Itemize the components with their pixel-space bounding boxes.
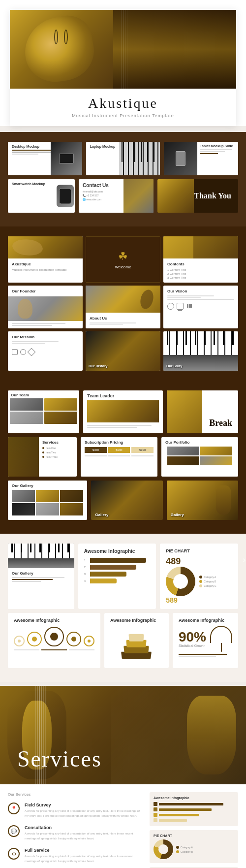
inf-card-infographic1: Awesome Infographic 1 2 3 4: [78, 544, 156, 609]
services-right-infographics: Awesome Infographic: [150, 792, 238, 868]
hero-instrument-image: [10, 10, 236, 89]
si-pie-visual: [154, 839, 173, 859]
hero-subtitle: Musical Instrument Presentation Template: [20, 113, 226, 118]
slides-section: Desktop Mockup Laptop Mockup: [0, 132, 246, 226]
ov-card-founder: Our Founder: [8, 286, 83, 328]
card-our-team: Our Team: [8, 390, 79, 433]
services-content: Our Services 📍 Field Survey A words for …: [0, 784, 246, 868]
card-portfolio: Our Portfolio: [161, 437, 238, 477]
overview-row-1: Akustique Musical Instrument Presentatio…: [8, 236, 238, 283]
team-row-3: Our Gallery Gallery Gallery: [8, 481, 238, 520]
services-list: Our Services 📍 Field Survey A words for …: [8, 792, 142, 868]
infographic-section: Our Gallery Awesome Infographic 1: [0, 534, 246, 682]
pie-chart-visual: [166, 567, 195, 596]
overview-section: Akustique Musical Instrument Presentatio…: [0, 226, 246, 381]
inf-card-piechart: PIE CHART 489 Category A Category B Cat: [160, 544, 238, 609]
pie-legend: Category A Category B Category C: [199, 576, 216, 587]
welcome-label: Welcome: [115, 265, 131, 269]
hero-card: Akustique Musical Instrument Presentatio…: [10, 10, 236, 126]
inf-row-1: Our Gallery Awesome Infographic 1: [8, 544, 238, 609]
inf-row-2: Awesome Infographic Awesome Infographic: [8, 613, 238, 668]
slide-card-thankyou: Thank You: [157, 179, 238, 213]
services-full-title: Services: [17, 746, 102, 772]
si-pie-legend: Category A Category B: [176, 846, 193, 853]
slide-card-laptop: Laptop Mockup: [86, 142, 160, 175]
card-break: Break: [167, 390, 238, 433]
ov-card-mission: Our Mission: [8, 331, 83, 371]
services-full-section: Services Our Services 📍 Field Survey A w…: [0, 686, 246, 868]
service-item-2: 💬 Consultation A words for presenting an…: [8, 825, 142, 841]
slide-card-desktop: Desktop Mockup: [8, 142, 82, 175]
overview-row-3: Our Mission Our History Our Story: [8, 331, 238, 371]
inf-card-circles: Awesome Infographic: [8, 613, 100, 668]
hero-section: Akustique Musical Instrument Presentatio…: [0, 0, 246, 126]
service-item-3: ⚙ Full Service A words for presenting an…: [8, 848, 142, 864]
ov-card-story: Our Story: [163, 331, 238, 371]
ov-card-contents: Contents 1 Content Title 2 Content Title…: [163, 236, 238, 283]
hero-text-area: Akustique Musical Instrument Presentatio…: [10, 89, 236, 126]
slide-card-watch: Smartwatch Mockup: [8, 179, 75, 213]
si-pie-card: PIE CHART Category A Category B: [150, 830, 238, 863]
ov-card-vision: Our Vision: [163, 286, 238, 328]
overview-row-2: Our Founder About Us: [8, 286, 238, 328]
ov-card-about: About Us: [86, 286, 160, 328]
ov-card-history: Our History: [86, 331, 160, 371]
inf-card-gallery: Our Gallery: [8, 544, 74, 609]
card-services-small: Services Item One Item Two Item Three: [8, 437, 77, 477]
slides-row-1: Desktop Mockup Laptop Mockup: [8, 142, 238, 175]
inf-card-pct: Awesome Infographic 90% Statistical Grow…: [173, 613, 238, 668]
service-item-1: 📍 Field Survey A words for presenting an…: [8, 803, 142, 818]
team-row-1: Our Team Team Leader Break: [8, 390, 238, 433]
card-gallery-guitar: Gallery: [167, 481, 238, 520]
slide-card-tablet: Tablet Mockup Slide: [164, 142, 238, 175]
ov-card-welcome: ☘ Welcome: [86, 236, 160, 283]
inf-card-umbrella: Awesome Infographic: [104, 613, 169, 668]
thank-you-text: Thank You: [194, 192, 231, 200]
team-row-2: Services Item One Item Two Item Three: [8, 437, 238, 477]
services-hero-image: Services: [0, 686, 246, 784]
welcome-symbol: ☘: [118, 250, 128, 263]
ov-card-brand: Akustique Musical Instrument Presentatio…: [8, 236, 83, 283]
team-section: Our Team Team Leader Break: [0, 381, 246, 534]
card-pricing: Subscription Pricing $300 $990 $990: [81, 437, 157, 477]
card-team-leader: Team Leader: [83, 390, 162, 433]
card-our-gallery: Our Gallery: [8, 481, 87, 520]
slides-row-2: Smartwatch Mockup Contact Us ✉ email@sit…: [8, 179, 238, 213]
slide-card-contact: Contact Us ✉ email@site.com 📞 +1 234 567…: [79, 179, 154, 213]
break-text: Break: [209, 418, 232, 428]
card-gallery-dark: Gallery: [91, 481, 162, 520]
si-bars-card: Awesome Infographic: [150, 792, 238, 826]
hero-title: Akustique: [20, 96, 226, 111]
